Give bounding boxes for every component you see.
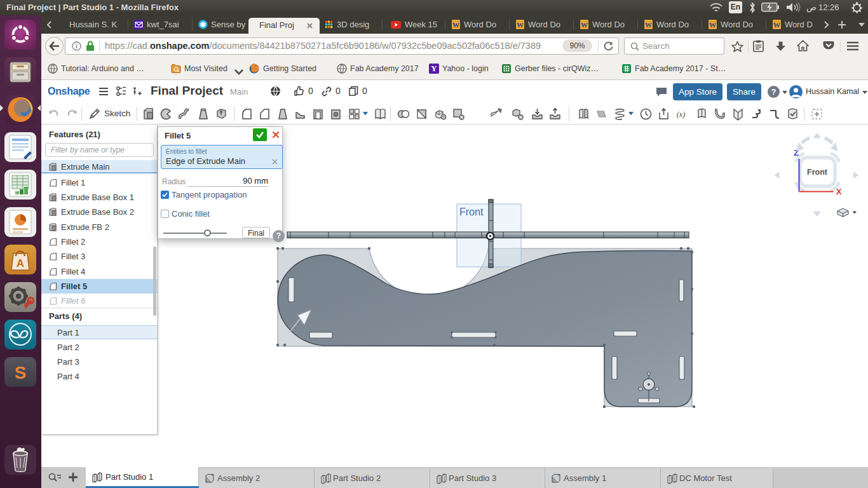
svg-text:W: W [645,21,652,29]
svg-text:W: W [773,21,780,29]
svg-text:W: W [517,21,524,29]
svg-text:A: A [17,257,24,269]
svg-text:S: S [15,363,27,383]
svg-text:Front: Front [459,207,484,217]
svg-text:W: W [709,21,716,29]
svg-text:W: W [581,21,588,29]
svg-text:W: W [452,21,459,29]
svg-text:Front: Front [807,168,828,177]
svg-text:X: X [836,187,842,196]
svg-text:(x): (x) [677,110,685,119]
